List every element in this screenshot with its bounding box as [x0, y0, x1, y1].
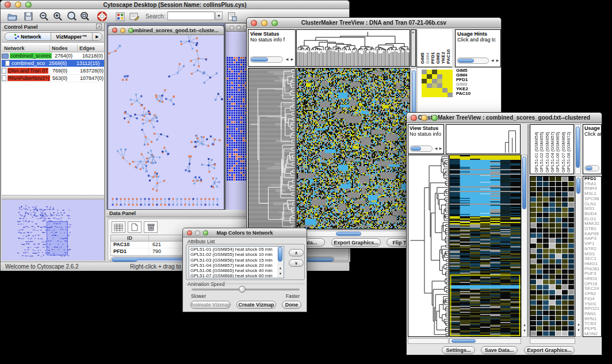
similarity-cell[interactable] — [427, 74, 432, 79]
similarity-cell[interactable] — [437, 79, 442, 83]
tv2-heatmap-canvas[interactable] — [450, 155, 521, 336]
zoom-selected-icon[interactable] — [66, 11, 78, 22]
zoom-out-icon[interactable] — [39, 11, 50, 22]
minimize-icon[interactable] — [421, 114, 427, 121]
tv2-zoom-vscroll-thumb[interactable] — [576, 178, 580, 194]
import-table-icon[interactable] — [226, 11, 238, 22]
search-dropdown-icon[interactable]: ▾ — [215, 12, 223, 20]
scroll-right-icon[interactable]: ▶ — [290, 58, 294, 62]
attribute-item[interactable]: GPL51-04 (GSM857) heat shock 20 min — [189, 263, 284, 268]
similarity-cell[interactable] — [432, 93, 437, 97]
similarity-cell[interactable] — [442, 70, 447, 74]
zoom-in-icon[interactable] — [52, 11, 64, 22]
zoom-window-icon[interactable] — [25, 2, 32, 8]
tv1-col-label[interactable]: GIM4 — [425, 52, 430, 64]
similarity-cell[interactable] — [447, 93, 453, 97]
new-attribute-icon[interactable] — [128, 221, 141, 233]
zoom-fit-icon[interactable] — [79, 11, 91, 22]
similarity-cell[interactable] — [447, 83, 453, 88]
tv2-export-graphics-button[interactable]: Export Graphics... — [524, 346, 575, 354]
close-icon[interactable] — [112, 28, 117, 33]
vizmapper-toolbar-icon[interactable] — [114, 11, 126, 22]
minimize-icon[interactable] — [236, 25, 241, 30]
tv2-col-dendrogram-pane[interactable] — [446, 124, 521, 154]
similarity-cell[interactable] — [422, 83, 427, 88]
tv2-hscroll-thumb[interactable] — [452, 339, 476, 343]
attribute-item[interactable]: GPL51-03 (GSM856) heat shock 15 min — [189, 258, 284, 263]
tv1-status-hscroll-thumb[interactable] — [251, 58, 268, 62]
similarity-cell[interactable] — [442, 88, 447, 93]
tv2-heatmap-hscrollbar[interactable] — [449, 338, 521, 344]
animation-slider-track[interactable] — [192, 289, 300, 290]
zoom-window-icon[interactable] — [128, 28, 133, 33]
tv2-col-label[interactable]: GPL51-08 (GSM872) — [566, 132, 571, 173]
scroll-down-icon[interactable]: ▼ — [576, 328, 581, 332]
tv1-row-dendrogram-pane[interactable] — [248, 68, 296, 229]
create-vizmap-button[interactable]: Create Vizmap — [236, 301, 276, 309]
tv1-col-label[interactable]: GIM3 — [435, 52, 441, 64]
save-session-button[interactable] — [22, 11, 34, 22]
attribute-list[interactable]: GPL51-01 (GSM854) heat shock 05 minGPL51… — [189, 246, 284, 278]
minimize-icon[interactable] — [15, 2, 21, 8]
similarity-cell[interactable] — [437, 70, 442, 74]
dense-network-canvas[interactable] — [225, 32, 248, 210]
similarity-cell[interactable] — [422, 93, 427, 97]
similarity-cell[interactable] — [437, 83, 442, 88]
similarity-cell[interactable] — [447, 70, 453, 74]
close-icon[interactable] — [187, 230, 192, 235]
scroll-down-icon[interactable]: ▼ — [522, 329, 527, 333]
tv2-col-label[interactable]: GPL51-01 (GSM854) — [534, 132, 539, 173]
search-input[interactable] — [167, 12, 215, 20]
tab-vizmapper[interactable]: VizMapper™ — [51, 33, 93, 40]
network-table-row[interactable]: DNA and Tran 07769(0)183728(0) — [2, 67, 104, 75]
tv2-col-label[interactable]: GPL51-02 (GSM855) — [539, 132, 544, 173]
tab-overflow-button[interactable]: ▶ — [93, 33, 102, 40]
similarity-cell[interactable] — [442, 93, 447, 97]
zoom-window-icon[interactable] — [271, 20, 278, 26]
data-col-id[interactable]: ID — [111, 235, 149, 241]
tv2-zoom-vscrollbar[interactable]: ▲ ▼ — [575, 176, 582, 337]
similarity-cell[interactable] — [442, 79, 447, 83]
tv1-col-label[interactable]: GIM5 — [420, 52, 425, 64]
attribute-item[interactable]: GPL51-02 (GSM855) heat shock 10 min — [189, 252, 284, 257]
similarity-cell[interactable] — [442, 83, 447, 88]
minimize-icon[interactable] — [120, 28, 125, 33]
attribute-item[interactable]: GPL51-07 (GSM868) heat shock 60 min — [189, 273, 284, 278]
col-header-network[interactable]: Network — [2, 45, 50, 51]
scroll-up-icon[interactable]: ▲ — [278, 266, 283, 270]
panel-splitter[interactable] — [2, 195, 104, 200]
tv2-save-data-button[interactable]: Save Data... — [481, 346, 518, 354]
zoom-window-icon[interactable] — [431, 114, 438, 121]
attribute-item[interactable]: GPL51-06 (GSM865) heat shock 40 min — [189, 268, 284, 273]
network-window-2[interactable] — [225, 23, 249, 210]
tv2-labels-vscrollbar[interactable] — [575, 124, 581, 174]
col-header-edges[interactable]: Edges — [78, 45, 103, 51]
tv2-status-hscrollbar[interactable] — [410, 145, 433, 152]
similarity-cell[interactable] — [427, 83, 432, 88]
tv1-col-label[interactable]: PAC10 — [446, 49, 451, 64]
tv1-status-hscrollbar[interactable] — [250, 56, 283, 63]
tv2-col-label[interactable]: GPL51-07 (GSM868) — [561, 132, 566, 173]
zoom-window-icon[interactable] — [203, 230, 208, 235]
tv2-labels-vscroll-thumb[interactable] — [576, 127, 580, 168]
similarity-cell[interactable] — [427, 88, 432, 93]
tv1-export-graphics-button[interactable]: Export Graphics... — [331, 238, 381, 247]
delete-attribute-trash-icon[interactable] — [144, 221, 158, 233]
similarity-cell[interactable] — [432, 79, 437, 83]
similarity-cell[interactable] — [422, 70, 427, 74]
tv1-heatmap-canvas[interactable] — [297, 68, 410, 229]
tv2-row-dendrogram-canvas[interactable] — [408, 155, 448, 336]
move-attribute-up-button[interactable]: ∧ — [289, 249, 304, 256]
similarity-cell[interactable] — [447, 79, 453, 83]
similarity-cell[interactable] — [422, 74, 427, 79]
tv2-col-dendrogram-canvas[interactable] — [446, 125, 520, 154]
tv1-heatmap-pane[interactable] — [296, 68, 410, 229]
attribute-list-vscrollbar[interactable]: ▲ ▼ — [277, 247, 284, 278]
col-header-nodes[interactable]: Nodes — [50, 45, 78, 51]
tv1-hscroll-thumb[interactable] — [336, 232, 361, 236]
tv1-usage-hscroll-thumb[interactable] — [458, 59, 474, 63]
tv2-status-hscroll-thumb[interactable] — [411, 147, 421, 151]
tv2-vscroll-thumb[interactable] — [522, 156, 526, 209]
tv2-zoom-heatmap-pane[interactable] — [530, 176, 575, 337]
similarity-cell[interactable] — [447, 74, 453, 79]
